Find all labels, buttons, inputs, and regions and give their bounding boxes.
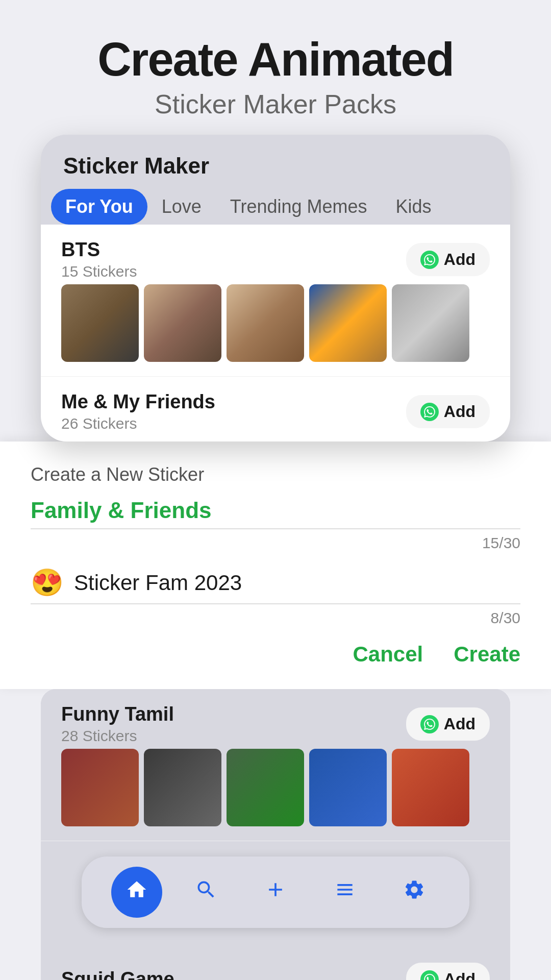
pack-emoji: 😍 <box>31 567 64 598</box>
home-icon <box>126 878 148 906</box>
funny-add-button[interactable]: Add <box>406 707 490 741</box>
bts-thumb-3[interactable] <box>227 284 304 362</box>
friends-pack-count: 26 Stickers <box>61 415 215 432</box>
bottom-nav-container <box>41 856 510 948</box>
bottom-navigation <box>82 856 469 928</box>
funny-pack-count: 28 Stickers <box>61 727 174 745</box>
squid-add-button[interactable]: Add <box>406 963 490 980</box>
bts-thumb-4[interactable] <box>309 284 387 362</box>
friends-add-button[interactable]: Add <box>406 395 490 428</box>
squid-game-row: Squid Game Add <box>41 948 510 980</box>
nav-collections[interactable] <box>319 867 370 918</box>
nav-home[interactable] <box>111 867 162 918</box>
funny-tamil-section: Funny Tamil 28 Stickers Add <box>41 689 510 980</box>
funny-thumb-1[interactable] <box>61 749 139 826</box>
header-title-line2: Sticker Maker Packs <box>31 89 520 119</box>
bts-add-label: Add <box>444 250 475 269</box>
tab-kids[interactable]: Kids <box>382 189 446 225</box>
bts-thumb-2[interactable] <box>144 284 221 362</box>
funny-pack-name: Funny Tamil <box>61 703 174 725</box>
sticker-pack-name-input[interactable] <box>74 571 520 595</box>
whatsapp-icon-squid <box>420 970 439 981</box>
phone-mockup: Sticker Maker For You Love Trending Meme… <box>41 135 510 442</box>
bts-pack-name: BTS <box>61 239 137 261</box>
funny-add-label: Add <box>444 715 475 733</box>
bts-thumb-5[interactable] <box>392 284 469 362</box>
tab-for-you[interactable]: For You <box>51 189 147 225</box>
app-title: Sticker Maker <box>41 135 510 189</box>
funny-thumb-4[interactable] <box>309 749 387 826</box>
pack-name-char-count: 15/30 <box>31 534 520 552</box>
bts-pack: BTS 15 Stickers Add <box>41 225 510 442</box>
funny-thumb-2[interactable] <box>144 749 221 826</box>
sticker-pack-option: 😍 <box>31 567 520 604</box>
page-header: Create Animated Sticker Maker Packs <box>0 0 551 135</box>
bts-thumb-1[interactable] <box>61 284 139 362</box>
tab-love[interactable]: Love <box>147 189 216 225</box>
friends-add-label: Add <box>444 402 475 421</box>
funny-thumbnails <box>61 749 490 826</box>
whatsapp-icon-friends <box>420 403 439 421</box>
bts-add-button[interactable]: Add <box>406 243 490 276</box>
pack-name-input-row <box>31 498 520 529</box>
search-icon <box>195 878 217 906</box>
header-title-line1: Create Animated <box>31 36 520 83</box>
friends-pack-name: Me & My Friends <box>61 391 215 413</box>
funny-thumb-5[interactable] <box>392 749 469 826</box>
category-tabs: For You Love Trending Memes Kids <box>41 189 510 225</box>
add-icon <box>264 878 287 906</box>
action-buttons: Cancel Create <box>31 642 520 667</box>
nav-settings[interactable] <box>389 867 440 918</box>
whatsapp-icon-funny <box>420 715 439 733</box>
nav-add[interactable] <box>250 867 301 918</box>
whatsapp-icon-bts <box>420 251 439 269</box>
cancel-button[interactable]: Cancel <box>353 642 423 667</box>
squid-add-label: Add <box>444 970 475 980</box>
bts-thumbnails <box>61 284 490 362</box>
nav-search[interactable] <box>181 867 232 918</box>
create-section: Create a New Sticker 15/30 😍 8/30 Cancel… <box>0 442 551 689</box>
pack-name-input[interactable] <box>31 498 520 523</box>
bts-pack-count: 15 Stickers <box>61 263 137 280</box>
create-section-label: Create a New Sticker <box>31 464 520 485</box>
funny-thumb-3[interactable] <box>227 749 304 826</box>
settings-icon <box>403 878 425 906</box>
create-button[interactable]: Create <box>454 642 520 667</box>
squid-pack-name: Squid Game <box>61 968 174 980</box>
tab-trending-memes[interactable]: Trending Memes <box>216 189 382 225</box>
collections-icon <box>334 878 356 906</box>
sticker-pack-char-count: 8/30 <box>31 609 520 627</box>
